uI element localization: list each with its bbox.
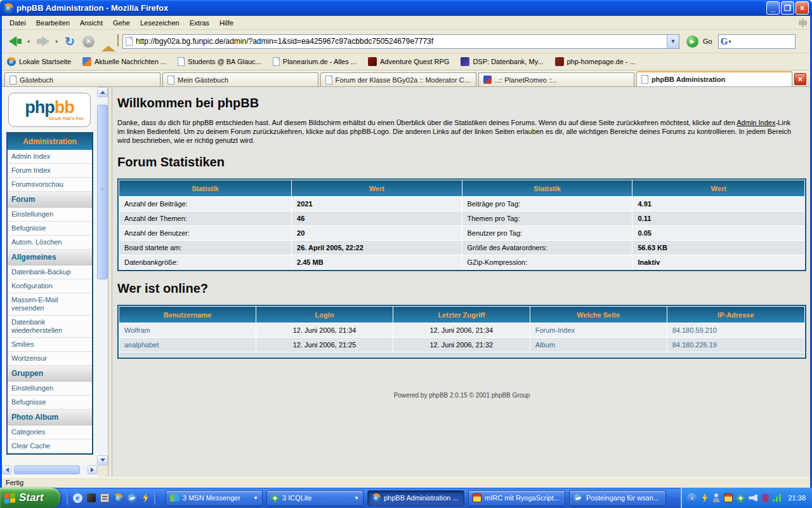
menu-hilfe[interactable]: Hilfe — [214, 17, 239, 29]
menu-ansicht[interactable]: Ansicht — [75, 17, 108, 29]
hide-icons-chevron[interactable]: ‹ — [687, 493, 697, 503]
sidebar-item-smilies[interactable]: Smilies — [8, 338, 92, 352]
frame-divider[interactable] — [108, 87, 112, 477]
search-box[interactable]: G ▾ — [718, 34, 796, 49]
tab-mein-gaestebuch[interactable]: Mein Gästebuch — [162, 72, 318, 86]
forward-button[interactable] — [34, 33, 53, 50]
sidebar-item-forum-index[interactable]: Forum Index — [8, 164, 92, 178]
page-link[interactable]: Album — [535, 341, 555, 349]
sidebar-item-wortzensur[interactable]: Wortzensur — [8, 352, 92, 366]
search-input[interactable] — [731, 37, 792, 45]
tab-bar: Gästebuch Mein Gästebuch Forum der Klass… — [2, 70, 810, 87]
tab-planetromeo[interactable]: ..:: PlanetRomeo ::.. — [478, 72, 634, 86]
lightning-app-icon[interactable] — [141, 493, 150, 503]
scroll-right-button[interactable] — [88, 465, 97, 474]
sidebar-item-befugnisse[interactable]: Befugnisse — [8, 222, 92, 236]
browser-content: phpbb forum that's free Administration A… — [2, 87, 810, 477]
scroll-down-button[interactable] — [97, 455, 108, 465]
tray-lightning-icon[interactable] — [700, 493, 709, 503]
scrollbar-thumb[interactable] — [97, 105, 108, 279]
sidebar-vertical-scrollbar[interactable] — [97, 87, 108, 477]
online-col-header: Benutzername — [119, 307, 256, 323]
bookmark-dsp-datenbank[interactable]: DSP: Datenbank, My... — [461, 57, 543, 66]
page-link[interactable]: Forum-Index — [535, 326, 575, 334]
url-dropdown-button[interactable]: ▼ — [667, 35, 679, 48]
bookmark-planearium[interactable]: Planearium.de - Alles ... — [273, 57, 357, 66]
taskbar-button-icq[interactable]: 3 ICQLite ▼ — [266, 490, 363, 506]
firefox-icon[interactable] — [114, 493, 123, 503]
username-link[interactable]: analphabet — [124, 341, 159, 349]
bookmark-lokale-startseite[interactable]: Lokale Startseite — [7, 57, 71, 66]
desktop-shortcut-icon[interactable] — [100, 493, 109, 502]
thunderbird-icon[interactable] — [128, 493, 137, 503]
minimize-button[interactable]: _ — [766, 1, 780, 15]
live-bookmark-icon — [82, 57, 91, 66]
taskbar-button-phpbb[interactable]: phpBB Administration ... — [367, 490, 464, 506]
tray-mirc-icon[interactable] — [724, 493, 733, 502]
taskbar-button-msn[interactable]: 3 MSN Messenger ▼ — [166, 490, 263, 506]
back-dropdown[interactable]: ▾ — [27, 39, 30, 44]
menu-datei[interactable]: Datei — [4, 17, 31, 29]
reload-icon[interactable]: ↻ — [62, 34, 78, 49]
page-favicon — [126, 37, 133, 46]
tab-gaestebuch[interactable]: Gästebuch — [4, 72, 160, 86]
sidebar-item-categories[interactable]: Categories — [8, 425, 92, 439]
go-label[interactable]: Go — [703, 37, 712, 45]
bookmark-aktuelle-nachrichten[interactable]: Aktuelle Nachrichten ... — [82, 57, 166, 66]
sidebar-item-massen-email[interactable]: Massen-E-Mail versenden — [8, 293, 92, 316]
ip-link[interactable]: 84.180.226.19 — [672, 341, 717, 349]
tray-icq-icon[interactable] — [737, 494, 745, 502]
toolbar-handle[interactable] — [67, 491, 69, 505]
tab-phpbb-administration[interactable]: phpBB Administration — [636, 71, 792, 86]
sidebar-item-gruppen-befugnisse[interactable]: Befugnisse — [8, 396, 92, 410]
bookmark-adventure-quest[interactable]: Adventure Quest RPG — [368, 57, 449, 66]
scrollbar-thumb[interactable] — [14, 465, 80, 474]
sidebar-item-datenbank-wiederherstellen[interactable]: Datenbank wiederherstellen — [8, 316, 92, 338]
phpbb-logo[interactable]: phpbb forum that's free — [8, 93, 91, 127]
bookmark-students[interactable]: Students @ BA Glauc... — [178, 57, 261, 66]
stop-icon[interactable]: × — [82, 36, 95, 48]
sidebar-item-forumsvorschau[interactable]: Forumsvorschau — [8, 178, 92, 192]
app-shortcut-icon[interactable] — [87, 493, 96, 502]
scroll-left-button[interactable] — [2, 465, 11, 474]
sidebar-item-einstellungen[interactable]: Einstellungen — [8, 208, 92, 222]
group-dropdown-icon[interactable]: ▼ — [354, 495, 359, 501]
menu-lesezeichen[interactable]: Lesezeichen — [135, 17, 185, 29]
network-icon[interactable] — [773, 494, 782, 502]
sidebar-item-autom-loeschen[interactable]: Autom. Löschen — [8, 236, 92, 250]
toolbar-handle[interactable] — [154, 491, 156, 505]
close-tab-button[interactable]: × — [794, 73, 806, 85]
close-button[interactable]: × — [796, 1, 809, 15]
start-button[interactable]: Start — [0, 488, 60, 508]
go-button[interactable]: ▶ — [686, 36, 698, 48]
tray-shield-icon[interactable] — [761, 493, 769, 502]
bookmark-php-homepage[interactable]: php-homepage.de - ... — [555, 57, 636, 66]
menu-gehe[interactable]: Gehe — [108, 17, 135, 29]
admin-index-link[interactable]: Admin Index — [737, 119, 775, 126]
url-text[interactable]: http://bgy02a.bg.funpic.de/admin/?admin=… — [136, 37, 667, 46]
restore-button[interactable]: ❐ — [781, 1, 794, 15]
sidebar-item-clear-cache[interactable]: Clear Cache — [8, 439, 92, 453]
menu-extras[interactable]: Extras — [185, 17, 214, 29]
sidebar-item-datenbank-backup[interactable]: Datenbank-Backup — [8, 265, 92, 279]
home-icon[interactable] — [102, 35, 115, 48]
ip-link[interactable]: 84.180.59.210 — [672, 326, 717, 334]
tab-forum-klasse[interactable]: Forum der Klasse BGy02a :: Moderator Con… — [320, 72, 476, 86]
sidebar-item-admin-index[interactable]: Admin Index — [8, 150, 92, 164]
sidebar-item-gruppen-einstellungen[interactable]: Einstellungen — [8, 382, 92, 396]
sidebar-item-konfiguration[interactable]: Konfiguration — [8, 279, 92, 293]
taskbar-button-posteingang[interactable]: Posteingang für wsan... — [569, 490, 666, 506]
url-bar[interactable]: http://bgy02a.bg.funpic.de/admin/?admin=… — [122, 34, 679, 49]
group-dropdown-icon[interactable]: ▼ — [253, 495, 258, 501]
taskbar-button-mirc[interactable]: mIRC mit RyogaScript... — [468, 490, 565, 506]
menu-bearbeiten[interactable]: Bearbeiten — [31, 17, 75, 29]
back-button[interactable] — [6, 33, 25, 50]
volume-icon[interactable] — [749, 494, 757, 502]
forward-dropdown[interactable]: ▾ — [55, 39, 58, 44]
internet-explorer-icon[interactable]: e — [73, 493, 82, 503]
sidebar-horizontal-scrollbar[interactable] — [2, 465, 97, 474]
tray-messenger-icon[interactable] — [712, 493, 720, 502]
username-link[interactable]: Wolfram — [124, 326, 150, 334]
scroll-up-button[interactable] — [97, 87, 108, 97]
firefox-icon — [3, 3, 13, 13]
